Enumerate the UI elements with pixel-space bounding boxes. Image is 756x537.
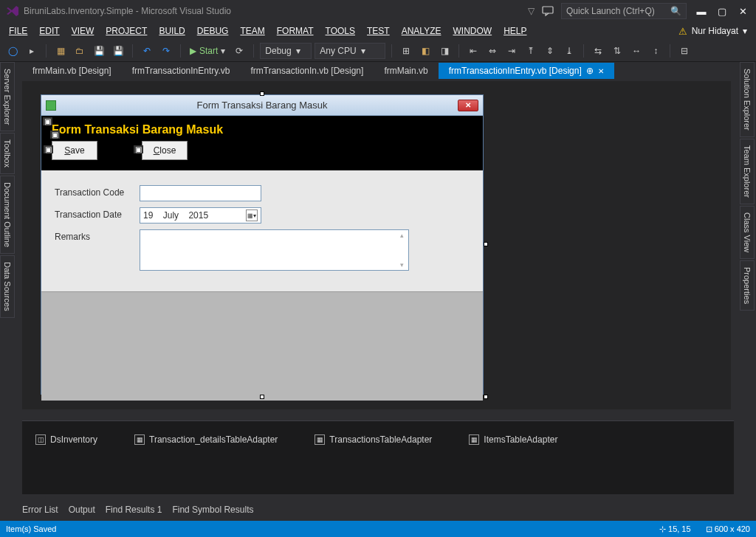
right-tab-team-explorer[interactable]: Team Explorer (740, 139, 755, 204)
form-body-panel[interactable]: Transaction Code Transaction Date 19 Jul… (41, 170, 483, 291)
restart-button[interactable]: ⟳ (231, 43, 247, 59)
resize-handle[interactable] (260, 395, 264, 399)
statusbar: Item(s) Saved ⊹ 15, 15 ⊡ 600 x 420 (0, 521, 756, 537)
menu-test[interactable]: TEST (361, 24, 396, 38)
form-close-button-action[interactable]: Close (142, 141, 188, 160)
form-title: Form Transaksi Barang Masuk (41, 100, 483, 111)
tab-frmmain-design[interactable]: frmMain.vb [Design] (22, 63, 122, 79)
form-save-button[interactable]: Save (52, 141, 97, 160)
pin-icon[interactable]: ⊕ (586, 66, 594, 76)
form-titlebar[interactable]: Form Transaksi Barang Masuk ✕ (41, 95, 483, 116)
warning-icon: ⚠ (678, 26, 687, 37)
tab-find-symbol-results[interactable]: Find Symbol Results (172, 505, 253, 521)
start-debug-button[interactable]: ▶ Start ▾ (187, 46, 228, 56)
feedback-icon[interactable] (542, 6, 554, 16)
form-window[interactable]: Form Transaksi Barang Masuk ✕ ▣ ▣ Form T… (41, 94, 484, 395)
save-button[interactable]: 💾 (91, 43, 107, 59)
menu-debug[interactable]: DEBUG (191, 24, 235, 38)
menu-window[interactable]: WINDOW (447, 24, 498, 38)
calendar-icon[interactable]: ▦▾ (246, 209, 258, 221)
tray-transactions-adapter[interactable]: ▦TransactionsTableAdapter (315, 434, 432, 445)
left-tab-server-explorer[interactable]: Server Explorer (0, 62, 15, 131)
tray-transdetails-adapter[interactable]: ▦Transaction_detailsTableAdapter (134, 434, 278, 445)
tab-frmtransin-entry[interactable]: frmTransactionInEntry.vb (122, 63, 241, 79)
align-center-button[interactable]: ⇔ (484, 43, 501, 59)
tray-items-adapter[interactable]: ▦ItemsTableAdapter (469, 434, 557, 445)
redo-button[interactable]: ↷ (158, 43, 174, 59)
resize-handle[interactable] (484, 242, 488, 246)
smart-tag-icon[interactable]: ▣ (50, 131, 60, 139)
new-project-button[interactable]: ▦ (52, 43, 69, 59)
tab-frmtransin-entry-design[interactable]: frmTransactionInEntry.vb [Design] ⊕ ✕ (439, 63, 614, 79)
send-back-button[interactable]: ◨ (436, 43, 453, 59)
menu-view[interactable]: VIEW (66, 24, 100, 38)
bring-front-button[interactable]: ◧ (417, 43, 433, 59)
resize-handle[interactable] (484, 395, 488, 399)
scroll-down-icon[interactable]: ▾ (400, 261, 404, 268)
smart-tag-icon[interactable]: ▣ (43, 117, 52, 125)
tab-find-results-1[interactable]: Find Results 1 (106, 505, 162, 521)
vspace-button[interactable]: ⇅ (609, 43, 625, 59)
minimize-button[interactable]: ▬ (691, 3, 712, 19)
close-tab-icon[interactable]: ✕ (598, 67, 604, 75)
form-datagrid[interactable] (41, 291, 483, 401)
maximize-button[interactable]: ▢ (712, 3, 732, 19)
right-tab-properties[interactable]: Properties (740, 260, 755, 311)
input-remarks[interactable]: ▴▾ (140, 229, 409, 271)
status-position: ⊹ 15, 15 (659, 524, 691, 534)
tab-output[interactable]: Output (69, 505, 95, 521)
designer-surface[interactable]: Form Transaksi Barang Masuk ✕ ▣ ▣ Form T… (22, 81, 731, 409)
resize-handle[interactable] (260, 91, 264, 96)
align-middle-button[interactable]: ⇕ (542, 43, 558, 59)
input-transaction-date[interactable]: 19 July 2015 ▦▾ (140, 207, 261, 224)
label-transaction-date: Transaction Date (55, 207, 140, 220)
align-bottom-button[interactable]: ⤓ (561, 43, 577, 59)
save-all-button[interactable]: 💾 (110, 43, 126, 59)
tab-frmtransin-design[interactable]: frmTransactionIn.vb [Design] (240, 63, 374, 79)
input-transaction-code[interactable] (140, 185, 261, 201)
quick-launch-input[interactable]: Quick Launch (Ctrl+Q) 🔍 (561, 3, 687, 19)
hspace-button[interactable]: ⇆ (590, 43, 606, 59)
left-tab-toolbox[interactable]: Toolbox (0, 133, 15, 174)
menu-build[interactable]: BUILD (153, 24, 190, 38)
title-dropdown-icon[interactable]: ▽ (528, 6, 535, 16)
undo-button[interactable]: ↶ (139, 43, 155, 59)
right-tab-class-view[interactable]: Class View (740, 206, 755, 259)
right-tab-solution-explorer[interactable]: Solution Explorer (740, 62, 755, 137)
nav-fwd-button[interactable]: ▸ (24, 43, 40, 59)
tab-order-button[interactable]: ⊟ (676, 43, 693, 59)
same-width-button[interactable]: ↔ (628, 43, 645, 59)
play-icon: ▶ (190, 46, 196, 56)
close-button[interactable]: ✕ (732, 3, 753, 19)
open-file-button[interactable]: 🗀 (72, 43, 88, 59)
menu-project[interactable]: PROJECT (100, 24, 153, 38)
smart-tag-icon[interactable]: ▣ (134, 145, 143, 153)
nav-back-button[interactable]: ◯ (4, 43, 21, 59)
tab-frmmain[interactable]: frmMain.vb (374, 63, 438, 79)
left-tab-data-sources[interactable]: Data Sources (0, 255, 15, 318)
menu-team[interactable]: TEAM (234, 24, 270, 38)
smart-tag-icon[interactable]: ▣ (44, 145, 53, 153)
scroll-up-icon[interactable]: ▴ (400, 232, 404, 239)
same-height-button[interactable]: ↕ (647, 43, 664, 59)
menu-tools[interactable]: TOOLS (320, 24, 361, 38)
svg-rect-0 (543, 7, 553, 13)
form-header-panel[interactable]: ▣ ▣ Form Transaksi Barang Masuk ▣ Save ▣… (41, 116, 483, 170)
user-name-label: Nur Hidayat (692, 26, 738, 36)
align-top-button[interactable]: ⤒ (523, 43, 539, 59)
tab-error-list[interactable]: Error List (22, 505, 58, 521)
align-grid-button[interactable]: ⊞ (398, 43, 414, 59)
config-dropdown[interactable]: Debug▾ (260, 43, 312, 59)
left-tab-doc-outline[interactable]: Document Outline (0, 176, 15, 254)
align-right-button[interactable]: ⇥ (504, 43, 520, 59)
platform-dropdown[interactable]: Any CPU▾ (315, 43, 385, 59)
menu-help[interactable]: HELP (498, 24, 532, 38)
menu-analyze[interactable]: ANALYZE (396, 24, 447, 38)
user-account[interactable]: ⚠ Nur Hidayat ▾ (678, 26, 753, 37)
tray-dsinventory[interactable]: ◫DsInventory (35, 434, 97, 445)
menu-edit[interactable]: EDIT (33, 24, 65, 38)
menu-format[interactable]: FORMAT (271, 24, 320, 38)
align-left-button[interactable]: ⇤ (465, 43, 481, 59)
form-close-button[interactable]: ✕ (458, 100, 478, 111)
menu-file[interactable]: FILE (3, 24, 33, 38)
